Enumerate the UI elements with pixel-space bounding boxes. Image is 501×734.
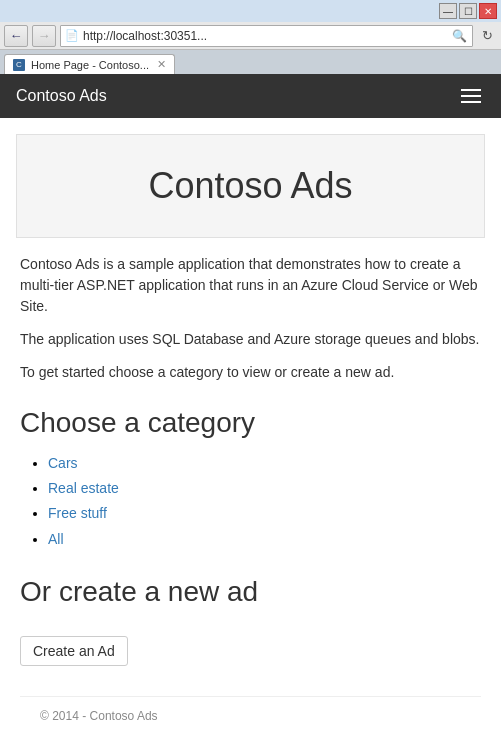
footer-text: © 2014 - Contoso Ads: [40, 709, 158, 723]
category-list: Cars Real estate Free stuff All: [20, 451, 481, 552]
tabs-bar: C Home Page - Contoso... ✕: [0, 50, 501, 74]
toggle-bar-2: [461, 95, 481, 97]
refresh-button[interactable]: ↻: [477, 26, 497, 46]
choose-heading: Choose a category: [20, 407, 481, 439]
app-wrapper: Contoso Ads Contoso Ads Contoso Ads is a…: [0, 74, 501, 734]
search-icon[interactable]: 🔍: [450, 27, 468, 45]
address-input-wrapper: 📄 http://localhost:30351... 🔍: [60, 25, 473, 47]
category-link-free-stuff[interactable]: Free stuff: [48, 505, 107, 521]
navbar-brand[interactable]: Contoso Ads: [16, 87, 107, 105]
footer: © 2014 - Contoso Ads: [20, 696, 481, 734]
create-ad-button[interactable]: Create an Ad: [20, 636, 128, 666]
hero-section: Contoso Ads: [16, 134, 485, 238]
navbar: Contoso Ads: [0, 74, 501, 118]
list-item: Real estate: [48, 476, 481, 501]
tab-favicon: C: [13, 59, 25, 71]
list-item: Cars: [48, 451, 481, 476]
description-1: Contoso Ads is a sample application that…: [20, 254, 481, 317]
description-3: To get started choose a category to view…: [20, 362, 481, 383]
page-icon: 📄: [65, 29, 79, 42]
category-link-all[interactable]: All: [48, 531, 64, 547]
main-content: Contoso Ads is a sample application that…: [0, 254, 501, 734]
navbar-toggle[interactable]: [457, 85, 485, 107]
minimize-button[interactable]: —: [439, 3, 457, 19]
list-item: Free stuff: [48, 501, 481, 526]
tab-close-button[interactable]: ✕: [157, 58, 166, 71]
window-chrome: — ☐ ✕ ← → 📄 http://localhost:30351... 🔍 …: [0, 0, 501, 74]
tab-title: Home Page - Contoso...: [31, 59, 149, 71]
description-2: The application uses SQL Database and Az…: [20, 329, 481, 350]
browser-tab[interactable]: C Home Page - Contoso... ✕: [4, 54, 175, 74]
title-bar: — ☐ ✕: [0, 0, 501, 22]
close-button[interactable]: ✕: [479, 3, 497, 19]
toggle-bar-1: [461, 89, 481, 91]
create-heading: Or create a new ad: [20, 576, 481, 608]
toggle-bar-3: [461, 101, 481, 103]
list-item: All: [48, 527, 481, 552]
category-link-cars[interactable]: Cars: [48, 455, 78, 471]
category-link-real-estate[interactable]: Real estate: [48, 480, 119, 496]
forward-button[interactable]: →: [32, 25, 56, 47]
hero-title: Contoso Ads: [37, 165, 464, 207]
address-text[interactable]: http://localhost:30351...: [83, 29, 450, 43]
back-button[interactable]: ←: [4, 25, 28, 47]
address-bar: ← → 📄 http://localhost:30351... 🔍 ↻: [0, 22, 501, 50]
maximize-button[interactable]: ☐: [459, 3, 477, 19]
